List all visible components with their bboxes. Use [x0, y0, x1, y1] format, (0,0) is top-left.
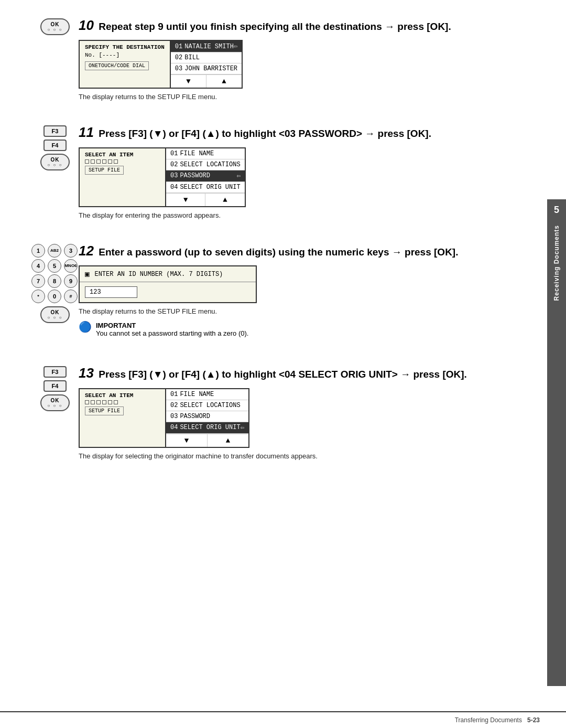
step-11-number: 11	[79, 124, 94, 140]
step-11-heading: 11 Press [F3] (▼) or [F4] (▲) to highlig…	[79, 123, 535, 142]
step-11-content: 11 Press [F3] (▼) or [F4] (▲) to highlig…	[79, 123, 535, 225]
key-5[interactable]: 5	[48, 259, 61, 273]
key-3[interactable]: 3	[64, 244, 78, 258]
section-tab: 5 Receiving Documents	[547, 199, 566, 686]
lcd-right-11: 01 FILE NAME 02 SELECT LOCATIONS 03 PASS…	[166, 148, 245, 206]
section-number: 5	[554, 205, 559, 216]
lcd-password-entry: 123	[80, 282, 256, 302]
lcd-left-10: SPECIFY THE DESTINATION No. [----] ONETO…	[80, 41, 171, 88]
lcd-dots-13	[85, 400, 160, 404]
ok-button-step11[interactable]: OK ○ ○ ○	[40, 154, 70, 170]
lcd-right-13: 01 FILE NAME 02 SELECT LOCATIONS 03 PASS…	[166, 389, 248, 447]
bottom-bar: Transferring Documents 5-23	[0, 711, 566, 728]
step-13-number: 13	[79, 365, 94, 381]
step-10-number: 10	[79, 17, 94, 33]
section-label: Receiving Documents	[553, 225, 560, 301]
lcd-row-10-2: 02 BILL	[171, 52, 242, 63]
lcd-screen-13: SELECT AN ITEM SETUP FILE 01 FILE NAM	[79, 388, 249, 448]
f4-button-step13[interactable]: F4	[43, 380, 67, 392]
lcd-bottom-10: ▼ ▲	[171, 74, 242, 88]
step-11-block: F3 F4 OK ○ ○ ○ 11 Press [F3] (▼) or [F4]…	[31, 123, 535, 225]
step-13-heading: 13 Press [F3] (▼) or [F4] (▲) to highlig…	[79, 363, 535, 382]
step-13-caption: The display for selecting the originator…	[79, 452, 535, 460]
lcd-row-13-4: 04 SELECT ORIG UNIT ⇦	[166, 422, 248, 434]
lcd-row-13-2: 02 SELECT LOCATIONS	[166, 400, 248, 411]
step-10-caption: The display returns to the SETUP FILE me…	[79, 93, 535, 101]
key-7[interactable]: 7	[31, 274, 45, 288]
important-text: IMPORTANT You cannot set a password star…	[96, 322, 248, 337]
lcd-screen-12: ▣ ENTER AN ID NUMBER (MAX. 7 DIGITS) 123	[79, 265, 257, 303]
lcd-bottom-11: ▼ ▲	[166, 193, 245, 206]
f4-button-step11[interactable]: F4	[43, 140, 67, 151]
important-block: 🔵 IMPORTANT You cannot set a password st…	[79, 322, 535, 337]
step-11-icon-area: F3 F4 OK ○ ○ ○	[31, 123, 79, 174]
step-10-icon-area: OK ○ ○ ○	[31, 16, 79, 38]
lcd-screen-11: SELECT AN ITEM SETUP FILE 01 FILE NAM	[79, 147, 246, 207]
lcd-row-10-3: 03 JOHN BARRISTER	[171, 63, 242, 74]
step-10-heading: 10 Repeat step 9 until you finish specif…	[79, 16, 535, 35]
step-12-caption: The display returns to the SETUP FILE me…	[79, 307, 535, 315]
page-number: 5-23	[527, 716, 540, 724]
key-0[interactable]: 0	[48, 290, 61, 303]
step-12-block: 1 AB2 3 4 5 MNO6 7 8 9 * 0 # OK ○ ○ ○ 12…	[31, 241, 535, 348]
password-field[interactable]: 123	[85, 286, 137, 298]
ok-button-step13[interactable]: OK ○ ○ ○	[40, 394, 70, 411]
step-12-content: 12 Enter a password (up to seven digits)…	[79, 241, 535, 348]
lcd-row-10-1: 01 NATALIE SMITH ⇦	[171, 41, 242, 52]
key-star[interactable]: *	[31, 290, 45, 303]
lcd-password-top: ▣ ENTER AN ID NUMBER (MAX. 7 DIGITS)	[80, 266, 256, 282]
ok-button-step10[interactable]: OK ○ ○ ○	[40, 18, 70, 35]
lcd-row-11-3: 03 PASSWORD ⇦	[166, 170, 245, 182]
numpad-step12: 1 AB2 3 4 5 MNO6 7 8 9 * 0 #	[31, 244, 79, 303]
key-1[interactable]: 1	[31, 244, 45, 258]
key-9[interactable]: 9	[64, 274, 78, 288]
key-4[interactable]: 4	[31, 259, 45, 273]
lcd-right-10: 01 NATALIE SMITH ⇦ 02 BILL 03 JOHN BARRI…	[171, 41, 242, 88]
step-10-block: OK ○ ○ ○ 10 Repeat step 9 until you fini…	[31, 16, 535, 107]
step-13-content: 13 Press [F3] (▼) or [F4] (▲) to highlig…	[79, 363, 535, 466]
step-12-icon-area: 1 AB2 3 4 5 MNO6 7 8 9 * 0 # OK ○ ○ ○	[31, 241, 79, 326]
lcd-row-11-2: 02 SELECT LOCATIONS	[166, 159, 245, 170]
key-hash[interactable]: #	[64, 290, 78, 303]
step-12-heading: 12 Enter a password (up to seven digits)…	[79, 241, 535, 260]
lcd-bottom-13: ▼ ▲	[166, 434, 248, 447]
f3-button-step13[interactable]: F3	[43, 366, 67, 378]
lcd-left-13: SELECT AN ITEM SETUP FILE	[80, 389, 166, 447]
lcd-row-13-1: 01 FILE NAME	[166, 389, 248, 400]
step-12-number: 12	[79, 243, 94, 259]
step-13-icon-area: F3 F4 OK ○ ○ ○	[31, 363, 79, 414]
lcd-row-11-4: 04 SELECT ORIG UNIT	[166, 182, 245, 193]
key-6[interactable]: MNO6	[64, 259, 78, 273]
lcd-screen-10: SPECIFY THE DESTINATION No. [----] ONETO…	[79, 40, 243, 89]
main-content: OK ○ ○ ○ 10 Repeat step 9 until you fini…	[31, 16, 540, 466]
key-2[interactable]: AB2	[48, 244, 61, 258]
step-10-content: 10 Repeat step 9 until you finish specif…	[79, 16, 535, 107]
f3-button-step11[interactable]: F3	[43, 125, 67, 137]
step-11-caption: The display for entering the password ap…	[79, 211, 535, 219]
lcd-dots-11	[85, 159, 160, 164]
key-8[interactable]: 8	[48, 274, 61, 288]
lcd-row-13-3: 03 PASSWORD	[166, 411, 248, 422]
screen-icon: ▣	[85, 270, 89, 279]
ok-button-step12[interactable]: OK ○ ○ ○	[40, 306, 70, 323]
lcd-left-11: SELECT AN ITEM SETUP FILE	[80, 148, 166, 206]
lcd-row-11-1: 01 FILE NAME	[166, 148, 245, 159]
bottom-left-text: Transferring Documents	[455, 716, 522, 724]
important-icon: 🔵	[79, 320, 92, 333]
step-13-block: F3 F4 OK ○ ○ ○ 13 Press [F3] (▼) or [F4]…	[31, 363, 535, 466]
